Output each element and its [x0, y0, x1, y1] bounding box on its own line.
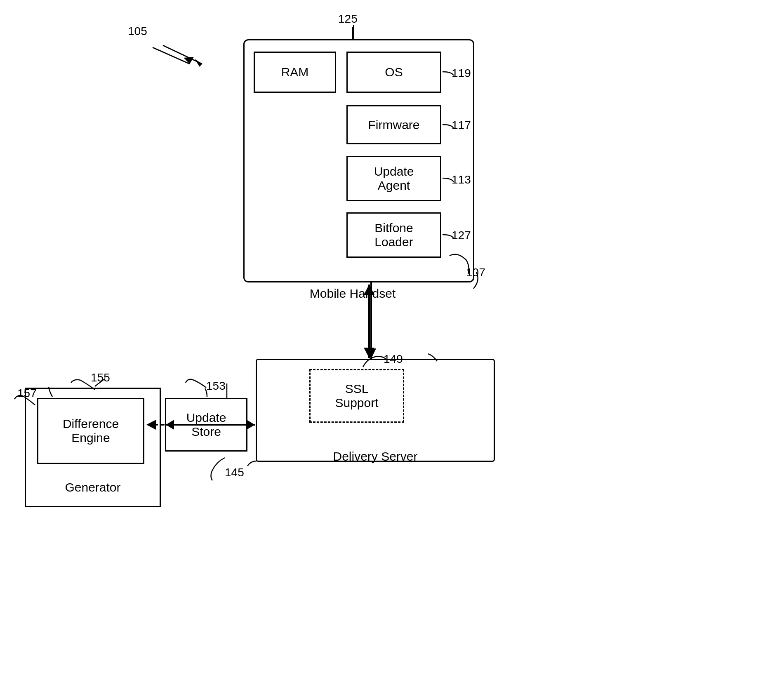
- ssl-support-label: SSL Support: [335, 382, 378, 410]
- svg-marker-14: [195, 59, 202, 67]
- svg-line-13: [163, 45, 202, 64]
- ref-113: 113: [452, 173, 471, 186]
- delivery-server-label: Delivery Server: [272, 449, 478, 464]
- ref-117: 117: [452, 119, 471, 132]
- ssl-support-box: SSL Support: [309, 369, 404, 423]
- ref-127: 127: [452, 229, 471, 242]
- diagram-container: 105 125 RAM OS 119 Firmware 117 Update A…: [0, 0, 784, 680]
- firmware-label: Firmware: [368, 118, 420, 132]
- svg-marker-1: [184, 57, 194, 64]
- ref-119: 119: [452, 67, 471, 80]
- ref-107-bracket: [445, 247, 478, 280]
- update-store-label: Update Store: [186, 411, 226, 439]
- difference-engine-box: Difference Engine: [37, 398, 144, 464]
- svg-marker-20: [247, 420, 255, 430]
- mobile-handset-label: Mobile Handset: [264, 287, 441, 301]
- ref-149-bracket: [359, 351, 392, 371]
- ref-155-bracket: [66, 371, 99, 394]
- ref-105: 105: [128, 25, 147, 38]
- os-box: OS: [346, 52, 441, 93]
- os-label: OS: [385, 65, 403, 79]
- difference-engine-label: Difference Engine: [63, 417, 119, 445]
- ram-box: RAM: [254, 52, 336, 93]
- ref-145-bracket: [202, 454, 235, 482]
- generator-label: Generator: [25, 480, 161, 494]
- update-agent-label: Update Agent: [374, 165, 414, 193]
- bitfone-loader-box: Bitfone Loader: [346, 212, 441, 258]
- update-store-box: Update Store: [165, 398, 247, 452]
- bitfone-loader-label: Bitfone Loader: [374, 221, 413, 249]
- ref-157-bracket: [8, 388, 39, 408]
- ram-label: RAM: [281, 65, 309, 79]
- ref-125: 125: [338, 12, 358, 26]
- ref-153-bracket: [181, 371, 214, 392]
- svg-line-0: [153, 47, 190, 64]
- firmware-box: Firmware: [346, 105, 441, 144]
- update-agent-box: Update Agent: [346, 156, 441, 201]
